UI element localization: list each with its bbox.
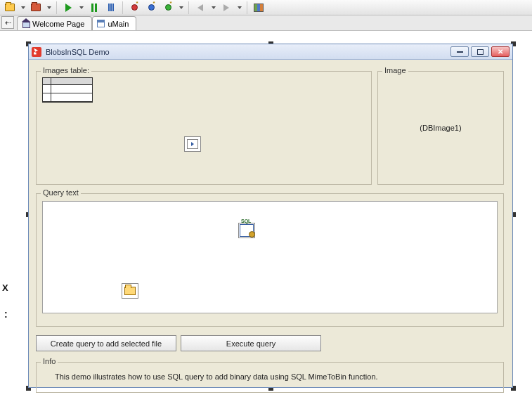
tab-scroll-left[interactable]: ⇠ [1, 16, 14, 29]
new-folder-button[interactable] [3, 1, 17, 15]
datasource-component-icon[interactable] [184, 136, 201, 152]
run-dropdown[interactable] [78, 6, 84, 9]
help-books-button[interactable] [252, 1, 266, 15]
new-folder-dropdown[interactable] [20, 6, 26, 9]
pause-button[interactable] [87, 1, 101, 15]
nav-back-dropdown[interactable] [210, 6, 216, 9]
home-icon [22, 20, 30, 27]
form-window[interactable]: BlobsInSQL Demo ✕ Images table: [28, 44, 513, 388]
left-gutter: X : [0, 31, 18, 416]
groupbox-query[interactable]: Query text [36, 193, 504, 327]
app-icon [32, 47, 41, 57]
maximize-button[interactable] [471, 46, 489, 57]
db-grid[interactable] [42, 77, 93, 103]
tab-welcome-label: Welcome Page [32, 20, 84, 28]
run-button[interactable] [61, 1, 75, 15]
tab-umain-label: uMain [108, 20, 129, 28]
design-surface: BlobsInSQL Demo ✕ Images table: [21, 31, 528, 412]
minimize-button[interactable] [450, 46, 469, 57]
nav-back-button[interactable] [193, 1, 207, 15]
open-dialog-component-icon[interactable] [122, 283, 138, 299]
breakpoint-green-button[interactable] [161, 1, 175, 15]
breakpoint-blue-button[interactable] [144, 1, 158, 15]
dbimage-placeholder[interactable]: (DBImage1) [378, 124, 503, 132]
tab-umain[interactable]: uMain [92, 16, 136, 30]
execute-query-button[interactable]: Execute query [181, 335, 321, 351]
tab-welcome[interactable]: Welcome Page [17, 16, 92, 30]
gutter-dots: : [4, 308, 8, 320]
gutter-close-x[interactable]: X [2, 282, 8, 293]
breakpoint-red-button[interactable] [127, 1, 141, 15]
create-query-button[interactable]: Create query to add selected file [36, 335, 176, 351]
open-folder-dropdown[interactable] [46, 6, 52, 9]
groupbox-image[interactable]: Image (DBImage1) [377, 71, 504, 185]
query-memo[interactable] [42, 201, 498, 313]
execute-query-button-label: Execute query [226, 339, 275, 348]
groupbox-query-label: Query text [41, 188, 81, 197]
form-icon [97, 20, 105, 27]
breakpoint-dropdown[interactable] [178, 6, 184, 9]
stop-button[interactable] [104, 1, 118, 15]
groupbox-info: Info This demo illustrates how to use SQ… [36, 362, 504, 393]
sql-query-component-icon[interactable] [238, 223, 255, 238]
form-title: BlobsInSQL Demo [46, 48, 110, 56]
create-query-button-label: Create query to add selected file [51, 339, 162, 348]
open-folder-button[interactable] [29, 1, 43, 15]
main-toolbar [0, 0, 532, 15]
form-titlebar[interactable]: BlobsInSQL Demo ✕ [29, 44, 512, 60]
nav-fwd-button[interactable] [219, 1, 233, 15]
nav-fwd-dropdown[interactable] [236, 6, 242, 9]
info-text: This demo illustrates how to use SQL que… [55, 372, 378, 381]
tab-strip: ⇠ Welcome Page uMain [0, 15, 532, 31]
groupbox-image-label: Image [382, 66, 408, 74]
groupbox-images-table-label: Images table: [41, 66, 91, 74]
form-body[interactable]: Images table: Image (DBImage1) Query tex… [29, 60, 512, 387]
close-button[interactable]: ✕ [491, 46, 510, 57]
groupbox-images-table[interactable]: Images table: [36, 71, 372, 185]
groupbox-info-label: Info [41, 357, 58, 365]
